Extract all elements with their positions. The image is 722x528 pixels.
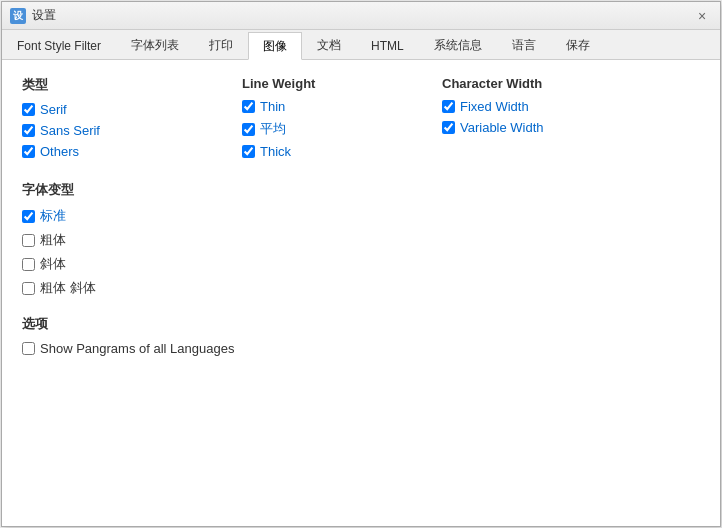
list-item: Show Pangrams of all Languages	[22, 341, 700, 356]
type-section-title: 类型	[22, 76, 242, 94]
sans-serif-label[interactable]: Sans Serif	[40, 123, 100, 138]
italic-checkbox[interactable]	[22, 258, 35, 271]
variable-width-checkbox[interactable]	[442, 121, 455, 134]
list-item: 粗体 斜体	[22, 279, 700, 297]
lower-sections: 字体变型 标准 粗体 斜体 粗体 斜体 选项 Show Pangrams o	[22, 181, 700, 356]
list-item: Sans Serif	[22, 123, 242, 138]
tab-html[interactable]: HTML	[356, 31, 419, 59]
others-checkbox[interactable]	[22, 145, 35, 158]
list-item: 标准	[22, 207, 700, 225]
standard-label[interactable]: 标准	[40, 207, 66, 225]
tab-font-list[interactable]: 字体列表	[116, 31, 194, 59]
list-item: Fixed Width	[442, 99, 700, 114]
standard-checkbox[interactable]	[22, 210, 35, 223]
close-button[interactable]: ×	[692, 6, 712, 26]
character-width-column: Character Width Fixed Width Variable Wid…	[442, 76, 700, 165]
serif-label[interactable]: Serif	[40, 102, 67, 117]
tab-bar: Font Style Filter 字体列表 打印 图像 文档 HTML 系统信…	[2, 30, 720, 60]
list-item: Thin	[242, 99, 442, 114]
serif-checkbox[interactable]	[22, 103, 35, 116]
font-variant-section-title: 字体变型	[22, 181, 700, 199]
tab-document[interactable]: 文档	[302, 31, 356, 59]
tab-image[interactable]: 图像	[248, 32, 302, 60]
window-title: 设置	[32, 7, 56, 24]
average-label[interactable]: 平均	[260, 120, 286, 138]
title-bar-left: 设 设置	[10, 7, 56, 24]
fixed-width-checkbox[interactable]	[442, 100, 455, 113]
list-item: Thick	[242, 144, 442, 159]
type-column: 类型 Serif Sans Serif Others	[22, 76, 242, 165]
show-pangrams-label[interactable]: Show Pangrams of all Languages	[40, 341, 234, 356]
list-item: 平均	[242, 120, 442, 138]
top-columns: 类型 Serif Sans Serif Others Line Weight	[22, 76, 700, 165]
bold-checkbox[interactable]	[22, 234, 35, 247]
tab-font-style-filter[interactable]: Font Style Filter	[2, 31, 116, 59]
italic-label[interactable]: 斜体	[40, 255, 66, 273]
fixed-width-label[interactable]: Fixed Width	[460, 99, 529, 114]
thin-checkbox[interactable]	[242, 100, 255, 113]
thick-label[interactable]: Thick	[260, 144, 291, 159]
tab-save[interactable]: 保存	[551, 31, 605, 59]
list-item: Variable Width	[442, 120, 700, 135]
tab-system-info[interactable]: 系统信息	[419, 31, 497, 59]
list-item: Serif	[22, 102, 242, 117]
thick-checkbox[interactable]	[242, 145, 255, 158]
show-pangrams-checkbox[interactable]	[22, 342, 35, 355]
sans-serif-checkbox[interactable]	[22, 124, 35, 137]
others-label[interactable]: Others	[40, 144, 79, 159]
list-item: 斜体	[22, 255, 700, 273]
content-area: 类型 Serif Sans Serif Others Line Weight	[2, 60, 720, 526]
list-item: 粗体	[22, 231, 700, 249]
character-width-section-title: Character Width	[442, 76, 700, 91]
variable-width-label[interactable]: Variable Width	[460, 120, 544, 135]
average-checkbox[interactable]	[242, 123, 255, 136]
options-section-title: 选项	[22, 315, 700, 333]
app-icon: 设	[10, 8, 26, 24]
bold-italic-label[interactable]: 粗体 斜体	[40, 279, 96, 297]
thin-label[interactable]: Thin	[260, 99, 285, 114]
title-bar: 设 设置 ×	[2, 2, 720, 30]
line-weight-section-title: Line Weight	[242, 76, 442, 91]
list-item: Others	[22, 144, 242, 159]
line-weight-column: Line Weight Thin 平均 Thick	[242, 76, 442, 165]
bold-label[interactable]: 粗体	[40, 231, 66, 249]
bold-italic-checkbox[interactable]	[22, 282, 35, 295]
tab-language[interactable]: 语言	[497, 31, 551, 59]
main-window: 设 设置 × Font Style Filter 字体列表 打印 图像 文档 H…	[1, 1, 721, 527]
tab-print[interactable]: 打印	[194, 31, 248, 59]
